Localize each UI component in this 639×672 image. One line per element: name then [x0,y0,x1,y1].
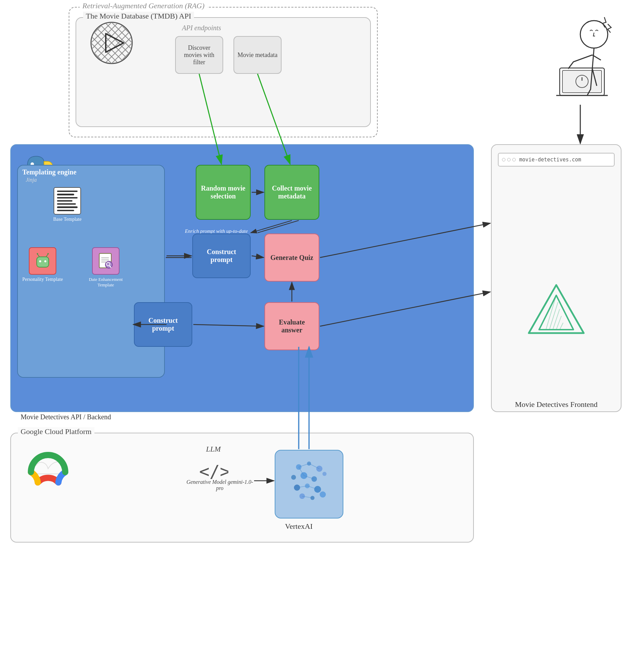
date-template-label: Date Enhancement Template [82,277,130,288]
construct-prompt-top: Construct prompt [192,234,251,278]
date-template-icon [92,247,119,275]
svg-line-68 [560,323,563,330]
endpoint-discover: Discover movies with filter [175,36,223,74]
collect-metadata-box: Collect movie metadata [264,165,319,220]
llm-label: LLM [206,445,221,454]
url-dot-3 [512,158,516,161]
svg-point-32 [37,253,38,254]
frontend-label: Movie Detectives Frontend [501,400,611,409]
svg-rect-27 [37,257,49,267]
svg-point-45 [291,475,296,480]
random-movie-box: Random movie selection [196,165,251,220]
tmdb-logo [89,21,134,65]
personality-template: Personality Template [22,247,63,282]
base-template-icon [54,187,81,215]
svg-text:</>: </> [199,462,228,481]
tmdb-label: The Movie Database (TMDB) API [83,12,194,21]
url-dots [502,158,516,161]
vue-logo [518,275,594,350]
url-bar: movie-detectives.com [498,153,615,167]
evaluate-answer-box: Evaluate answer [264,302,319,350]
base-template: Base Template [53,187,81,222]
generate-quiz-box: Generate Quiz [264,234,319,282]
svg-marker-62 [529,285,584,333]
svg-point-48 [322,472,327,476]
jinja-label: Jinja [26,177,37,183]
url-dot-1 [502,158,505,161]
personality-template-label: Personality Template [22,277,63,282]
vertexai-label: VertexAI [285,522,313,531]
svg-line-31 [46,254,48,257]
svg-point-54 [320,491,326,498]
templating-label: Templating engine [22,168,77,176]
rag-label: Retrieval-Augmented Generation (RAG) [80,1,207,10]
vertexai-box [275,450,343,519]
svg-line-30 [37,254,39,257]
diagram-container: Retrieval-Augmented Generation (RAG) The… [0,0,639,672]
endpoint-metadata: Movie metadata [233,36,282,74]
svg-point-28 [39,260,41,262]
svg-line-66 [553,309,560,330]
svg-marker-63 [539,295,573,330]
gcp-label: Google Cloud Platform [18,427,94,436]
svg-line-13 [89,21,134,65]
api-endpoints-label: API endpoints [182,24,221,32]
url-text: movie-detectives.com [519,157,581,163]
gen-model-text: Generative Model gemini-1.0-pro [185,479,254,491]
personality-icon [29,247,56,275]
svg-marker-24 [106,34,124,52]
url-dot-2 [507,158,511,161]
svg-point-29 [44,260,46,262]
construct-prompt-bottom: Construct prompt [134,302,192,347]
base-template-label: Base Template [53,217,81,222]
date-template: Date Enhancement Template [78,247,133,288]
person-sketch [539,7,625,103]
svg-point-33 [47,253,49,254]
fastapi-label: Movie Detectives API / Backend [18,413,114,421]
gcp-logo [21,448,76,496]
